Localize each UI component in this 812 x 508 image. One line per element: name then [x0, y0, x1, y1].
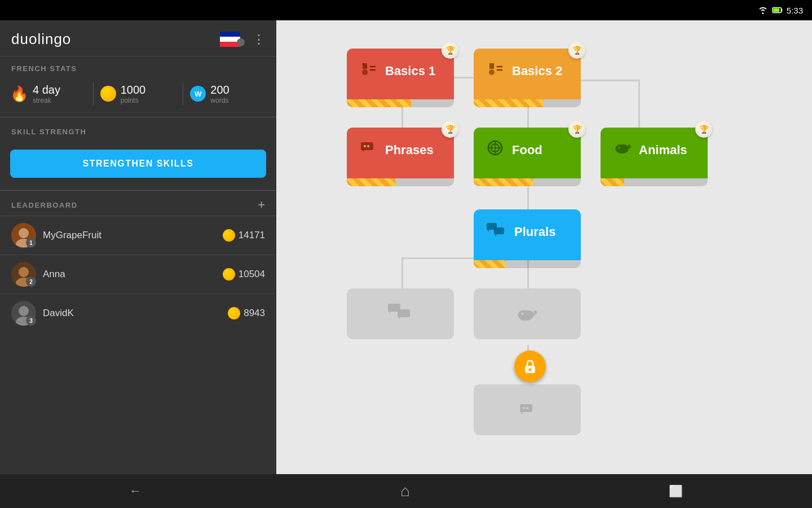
trophy-basics2: 🏆: [568, 42, 585, 59]
user-score-1: 14171: [223, 229, 265, 242]
skill-animals-body: Animals: [601, 128, 708, 178]
locked-2-icon: [513, 304, 541, 324]
skill-basics2-wrapper: 🏆 Basics 2: [474, 49, 581, 107]
duolingo-logo: duolingo: [11, 30, 71, 48]
svg-point-0: [762, 12, 764, 14]
score-coin-1: [223, 229, 235, 242]
stat-divider-2: [183, 82, 183, 105]
fire-icon: 🔥: [10, 85, 28, 103]
lock-icon: [523, 358, 537, 374]
locked-3-icon: [516, 400, 539, 420]
skill-locked-3: [474, 384, 581, 435]
skill-animals-icon: [612, 138, 632, 163]
battery-icon: [772, 7, 783, 14]
skill-animals[interactable]: 🏆 Animals: [601, 128, 708, 186]
skill-phrases[interactable]: 🏆 Phrases: [347, 128, 454, 186]
points-info: 1000 points: [121, 83, 146, 104]
leaderboard-header: LEADERBOARD +: [0, 193, 276, 216]
skill-grid: 🏆 Basics 1: [293, 37, 733, 444]
stat-divider-1: [93, 82, 94, 105]
skill-phrases-label: Phrases: [385, 143, 434, 157]
skill-food-label: Food: [512, 143, 542, 157]
score-value-2: 10504: [239, 269, 265, 280]
wifi-icon: [757, 6, 769, 14]
svg-point-17: [618, 147, 620, 149]
skill-food[interactable]: 🏆 Food: [474, 128, 581, 186]
user-score-2: 10504: [223, 268, 265, 281]
flag-level-badge: [237, 38, 245, 46]
lock-circle[interactable]: [514, 351, 546, 382]
skill-food-progress: [474, 178, 581, 186]
word-icon: W: [190, 86, 206, 102]
rank-badge-1: 1: [26, 238, 36, 248]
divider-2: [0, 190, 276, 191]
svg-rect-21: [398, 309, 410, 317]
leaderboard-item[interactable]: 2 Anna 10504: [0, 255, 276, 294]
back-button[interactable]: ←: [107, 479, 164, 503]
avatar-wrapper-3: 3: [11, 301, 36, 326]
divider-1: [0, 117, 276, 117]
skill-plurals-icon: [485, 220, 508, 244]
skill-animals-label: Animals: [639, 143, 687, 157]
skill-phrases-icon: [358, 138, 378, 163]
stats-row: 🔥 4 day streak 1000 points W 200 wo: [0, 78, 276, 115]
skill-basics2-label: Basics 2: [512, 64, 562, 78]
rank-badge-3: 3: [26, 316, 36, 326]
score-value-1: 14171: [239, 230, 265, 241]
streak-info: 4 day streak: [33, 83, 60, 104]
points-label: points: [121, 97, 146, 104]
svg-point-8: [19, 306, 29, 316]
leaderboard-item[interactable]: 3 DavidK 8943: [0, 294, 276, 332]
skill-locked-1: [347, 288, 454, 339]
flag-icon[interactable]: [220, 32, 245, 47]
main-content: duolingo ⋮ FRENCH STATS 🔥: [0, 20, 812, 474]
locked-1-icon: [386, 301, 414, 326]
words-label: words: [210, 97, 229, 104]
skill-tree: 🏆 Basics 1: [276, 20, 812, 474]
score-coin-2: [223, 268, 235, 281]
logo-text: duolingo: [11, 30, 71, 48]
home-button[interactable]: ⌂: [378, 478, 433, 505]
menu-button[interactable]: ⋮: [253, 32, 265, 47]
skill-basics1-progress-fill: [347, 99, 411, 107]
leaderboard-title: LEADERBOARD: [11, 201, 78, 209]
words-stat: W 200 words: [186, 81, 271, 107]
status-icons: 5:33: [757, 6, 803, 15]
streak-stat: 🔥 4 day streak: [6, 81, 91, 107]
add-friend-button[interactable]: +: [258, 199, 265, 211]
recents-button[interactable]: ⬜: [646, 480, 705, 502]
skill-plurals[interactable]: Plurals: [474, 209, 581, 268]
sidebar: duolingo ⋮ FRENCH STATS 🔥: [0, 20, 276, 474]
skill-plurals-body: Plurals: [474, 209, 581, 260]
strengthen-skills-button[interactable]: STRENGTHEN SKILLS: [10, 150, 266, 178]
words-value: 200: [210, 83, 229, 97]
points-stat: 1000 points: [96, 81, 181, 107]
rank-badge-2: 2: [26, 277, 36, 287]
svg-point-6: [19, 267, 29, 277]
skill-basics1[interactable]: 🏆 Basics 1: [347, 49, 454, 107]
leaderboard-item[interactable]: 1 MyGrapeFruit 14171: [0, 216, 276, 255]
skill-plurals-progress-fill: [474, 260, 506, 268]
trophy-food: 🏆: [568, 121, 585, 138]
skill-animals-progress: [601, 178, 708, 186]
skill-animals-wrapper: 🏆 Animals: [601, 128, 708, 186]
skill-locked-2: [474, 288, 581, 339]
skill-basics1-body: Basics 1: [347, 49, 454, 99]
skill-basics1-label: Basics 1: [385, 64, 435, 78]
user-name-2: Anna: [43, 269, 216, 280]
trophy-basics1: 🏆: [442, 42, 458, 59]
skill-plurals-progress: [474, 260, 581, 268]
status-bar: 5:33: [0, 0, 812, 20]
svg-point-24: [529, 369, 532, 371]
skill-food-progress-fill: [474, 178, 533, 186]
skill-phrases-wrapper: 🏆 Phrases: [347, 128, 454, 186]
skill-plurals-label: Plurals: [514, 225, 555, 239]
skill-plurals-wrapper: Plurals: [474, 209, 581, 268]
skill-basics2[interactable]: 🏆 Basics 2: [474, 49, 581, 107]
svg-point-22: [521, 313, 523, 315]
leaderboard-list: 1 MyGrapeFruit 14171 2 Anna 1: [0, 216, 276, 332]
svg-rect-2: [773, 8, 779, 12]
points-value: 1000: [121, 83, 146, 97]
svg-point-3: [19, 228, 29, 238]
trophy-phrases: 🏆: [442, 121, 458, 138]
